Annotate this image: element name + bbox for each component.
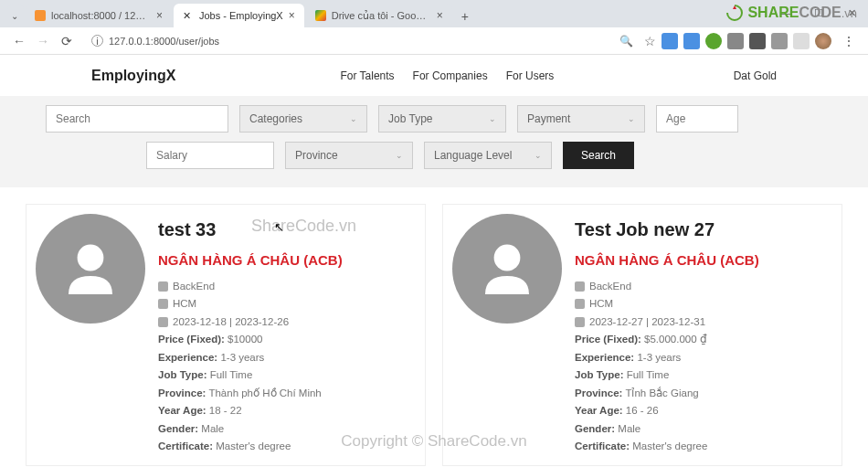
job-card: Test Job new 27 NGÂN HÀNG Á CHÂU (ACB) B…	[442, 204, 842, 466]
calendar-icon	[158, 317, 168, 327]
site-logo[interactable]: EmployingX	[91, 68, 175, 84]
url-text: 127.0.0.1:8000/user/jobs	[109, 36, 219, 47]
location-icon	[158, 299, 168, 309]
extension-icon[interactable]	[705, 33, 722, 49]
nav-talents[interactable]: For Talents	[340, 69, 394, 82]
menu-icon[interactable]: ⋮	[837, 29, 861, 53]
job-card: test 33 NGÂN HÀNG Á CHÂU (ACB) BackEnd H…	[26, 204, 426, 466]
job-type: Full Time	[627, 369, 670, 380]
nav-users[interactable]: For Users	[506, 69, 555, 82]
chevron-down-icon: ⌄	[535, 151, 542, 160]
job-province: Thành phố Hồ Chí Minh	[208, 387, 321, 398]
svg-point-1	[494, 245, 521, 271]
location-icon	[575, 299, 585, 309]
extension-icon[interactable]	[793, 33, 810, 49]
job-gender: Male	[201, 423, 224, 434]
company-name[interactable]: NGÂN HÀNG Á CHÂU (ACB)	[575, 249, 832, 272]
chevron-down-icon: ⌄	[350, 114, 357, 123]
salary-input[interactable]	[146, 142, 274, 169]
avatar-placeholder	[36, 214, 145, 324]
job-type: Full Time	[210, 369, 253, 380]
back-button[interactable]: ←	[7, 29, 31, 53]
language-select[interactable]: Language Level⌄	[424, 142, 552, 169]
job-experience: 1-3 years	[637, 352, 681, 363]
job-category: BackEnd	[589, 278, 631, 296]
extension-icon[interactable]	[771, 33, 788, 49]
extension-icon[interactable]	[727, 33, 744, 49]
site-info-icon[interactable]: i	[91, 35, 103, 47]
tab-label: Jobs - EmployingX	[199, 10, 283, 21]
job-age: 16 - 26	[626, 405, 659, 416]
chevron-down-icon: ⌄	[396, 151, 403, 160]
job-title[interactable]: Test Job new 27	[575, 214, 832, 245]
browser-tab-2[interactable]: Drive của tôi - Google Drive ×	[306, 4, 452, 27]
chevron-down-icon: ⌄	[628, 114, 635, 123]
age-input[interactable]	[656, 105, 738, 133]
favicon-icon: ✕	[183, 10, 194, 21]
address-bar[interactable]: i 127.0.0.1:8000/user/jobs	[84, 31, 609, 51]
jobs-list: test 33 NGÂN HÀNG Á CHÂU (ACB) BackEnd H…	[0, 187, 868, 467]
new-tab-button[interactable]: +	[454, 5, 476, 27]
job-price: $5.000.000 ₫	[644, 334, 707, 345]
job-location: HCM	[173, 295, 196, 313]
job-experience: 1-3 years	[220, 352, 264, 363]
category-icon	[575, 281, 585, 292]
company-name[interactable]: NGÂN HÀNG Á CHÂU (ACB)	[158, 249, 416, 272]
category-icon	[158, 281, 168, 292]
job-title[interactable]: test 33	[158, 214, 416, 245]
job-category: BackEnd	[173, 278, 215, 296]
job-dates: 2023-12-18 | 2023-12-26	[173, 313, 289, 332]
categories-select[interactable]: Categories⌄	[239, 105, 367, 133]
browser-tab-1[interactable]: ✕ Jobs - EmployingX ×	[174, 4, 304, 27]
close-icon[interactable]: ×	[437, 9, 443, 22]
favicon-icon	[315, 10, 326, 21]
profile-avatar[interactable]	[815, 33, 831, 49]
close-icon[interactable]: ×	[156, 9, 163, 22]
bookmark-icon[interactable]: ☆	[638, 29, 662, 53]
calendar-icon	[575, 317, 585, 327]
browser-tab[interactable]: ⌄	[7, 4, 24, 27]
search-input[interactable]	[46, 105, 228, 133]
extension-icon[interactable]	[749, 33, 766, 49]
job-dates: 2023-12-27 | 2023-12-31	[589, 313, 705, 332]
watermark-logo: SHARECODE.vn	[725, 4, 857, 22]
nav-links: For Talents For Companies For Users	[340, 69, 554, 82]
close-icon[interactable]: ×	[289, 9, 295, 22]
user-menu[interactable]: Dat Gold	[734, 69, 777, 82]
browser-tab-0[interactable]: localhost:8000 / 127.0.0.1 / rec ×	[26, 4, 172, 27]
extension-icon[interactable]	[683, 33, 700, 49]
extension-icon[interactable]	[662, 33, 678, 49]
avatar-placeholder	[452, 214, 562, 324]
job-province: Tỉnh Bắc Giang	[625, 387, 698, 398]
jobtype-select[interactable]: Job Type⌄	[378, 105, 506, 133]
favicon-icon	[35, 10, 46, 21]
province-select[interactable]: Province⌄	[285, 142, 413, 169]
job-location: HCM	[589, 295, 613, 313]
job-price: $10000	[228, 334, 262, 345]
nav-companies[interactable]: For Companies	[413, 69, 488, 82]
chevron-down-icon: ⌄	[489, 114, 496, 123]
site-header: EmployingX For Talents For Companies For…	[0, 55, 868, 96]
browser-toolbar: ← → ⟳ i 127.0.0.1:8000/user/jobs 🔍 ☆ ⋮	[0, 27, 868, 55]
svg-point-0	[78, 245, 104, 271]
job-age: 18 - 22	[209, 405, 242, 416]
payment-select[interactable]: Payment⌄	[517, 105, 645, 133]
job-certificate: Master's degree	[632, 440, 707, 451]
forward-button[interactable]: →	[31, 29, 55, 53]
search-filters: Categories⌄ Job Type⌄ Payment⌄ Province⌄…	[0, 96, 868, 187]
tab-label: Drive của tôi - Google Drive	[332, 10, 431, 22]
extension-icons: ⋮	[662, 29, 861, 53]
search-button[interactable]: Search	[563, 142, 634, 169]
tab-label: localhost:8000 / 127.0.0.1 / rec	[51, 10, 151, 21]
job-certificate: Master's degree	[216, 440, 291, 451]
job-gender: Male	[618, 423, 640, 434]
zoom-icon[interactable]: 🔍	[614, 29, 638, 53]
reload-button[interactable]: ⟳	[55, 29, 79, 53]
